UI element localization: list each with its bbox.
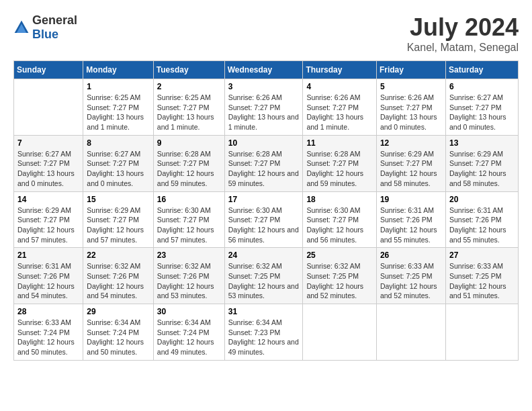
day-number: 26	[380, 250, 442, 260]
day-info: Sunrise: 6:29 AMSunset: 7:27 PMDaylight:…	[449, 149, 515, 189]
calendar-subtitle: Kanel, Matam, Senegal	[407, 42, 519, 54]
day-info: Sunrise: 6:28 AMSunset: 7:27 PMDaylight:…	[157, 149, 221, 189]
day-info: Sunrise: 6:30 AMSunset: 7:27 PMDaylight:…	[306, 205, 373, 245]
day-number: 30	[157, 307, 221, 316]
calendar-cell: 22Sunrise: 6:32 AMSunset: 7:26 PMDayligh…	[83, 248, 153, 304]
day-number: 10	[228, 138, 300, 148]
day-info: Sunrise: 6:33 AMSunset: 7:25 PMDaylight:…	[449, 261, 515, 301]
day-number: 2	[157, 82, 221, 91]
day-info: Sunrise: 6:33 AMSunset: 7:25 PMDaylight:…	[380, 261, 442, 301]
day-info: Sunrise: 6:26 AMSunset: 7:27 PMDaylight:…	[228, 93, 300, 132]
calendar-cell: 18Sunrise: 6:30 AMSunset: 7:27 PMDayligh…	[303, 191, 377, 248]
calendar-cell: 11Sunrise: 6:28 AMSunset: 7:27 PMDayligh…	[303, 135, 377, 191]
day-info: Sunrise: 6:32 AMSunset: 7:26 PMDaylight:…	[157, 261, 221, 301]
logo-general-text: General	[32, 13, 77, 27]
calendar-cell	[445, 304, 518, 361]
day-info: Sunrise: 6:32 AMSunset: 7:25 PMDaylight:…	[228, 261, 300, 301]
day-number: 13	[449, 138, 515, 148]
day-number: 9	[157, 138, 221, 148]
day-number: 19	[380, 195, 442, 204]
calendar-cell: 6Sunrise: 6:27 AMSunset: 7:27 PMDaylight…	[445, 79, 518, 136]
day-info: Sunrise: 6:34 AMSunset: 7:24 PMDaylight:…	[157, 318, 221, 357]
calendar-table: SundayMondayTuesdayWednesdayThursdayFrid…	[13, 60, 519, 361]
calendar-cell: 29Sunrise: 6:34 AMSunset: 7:24 PMDayligh…	[83, 304, 153, 361]
day-number: 5	[380, 82, 442, 91]
day-info: Sunrise: 6:26 AMSunset: 7:27 PMDaylight:…	[306, 93, 373, 132]
calendar-cell: 23Sunrise: 6:32 AMSunset: 7:26 PMDayligh…	[153, 248, 224, 304]
calendar-cell: 26Sunrise: 6:33 AMSunset: 7:25 PMDayligh…	[376, 248, 445, 304]
weekday-header-sunday: Sunday	[14, 61, 83, 79]
day-number: 20	[449, 195, 515, 204]
calendar-cell: 12Sunrise: 6:29 AMSunset: 7:27 PMDayligh…	[376, 135, 445, 191]
calendar-week-row: 21Sunrise: 6:31 AMSunset: 7:26 PMDayligh…	[14, 248, 519, 304]
weekday-header-monday: Monday	[83, 61, 153, 79]
calendar-cell: 16Sunrise: 6:30 AMSunset: 7:27 PMDayligh…	[153, 191, 224, 248]
weekday-header-saturday: Saturday	[445, 61, 518, 79]
calendar-cell: 30Sunrise: 6:34 AMSunset: 7:24 PMDayligh…	[153, 304, 224, 361]
calendar-cell: 5Sunrise: 6:26 AMSunset: 7:27 PMDaylight…	[376, 79, 445, 136]
day-number: 24	[228, 250, 300, 260]
day-number: 6	[449, 82, 515, 91]
calendar-cell	[14, 79, 83, 136]
day-number: 7	[17, 138, 79, 148]
day-info: Sunrise: 6:33 AMSunset: 7:24 PMDaylight:…	[17, 318, 79, 357]
day-number: 31	[228, 307, 300, 316]
calendar-cell: 24Sunrise: 6:32 AMSunset: 7:25 PMDayligh…	[224, 248, 303, 304]
day-number: 29	[87, 307, 149, 316]
calendar-cell: 4Sunrise: 6:26 AMSunset: 7:27 PMDaylight…	[303, 79, 377, 136]
day-number: 17	[228, 195, 300, 204]
calendar-week-row: 1Sunrise: 6:25 AMSunset: 7:27 PMDaylight…	[14, 79, 519, 136]
day-info: Sunrise: 6:29 AMSunset: 7:27 PMDaylight:…	[87, 205, 149, 245]
day-number: 16	[157, 195, 221, 204]
day-info: Sunrise: 6:28 AMSunset: 7:27 PMDaylight:…	[306, 149, 373, 189]
day-number: 14	[17, 195, 79, 204]
day-info: Sunrise: 6:27 AMSunset: 7:27 PMDaylight:…	[17, 149, 79, 189]
calendar-cell: 7Sunrise: 6:27 AMSunset: 7:27 PMDaylight…	[14, 135, 83, 191]
title-block: July 2024 Kanel, Matam, Senegal	[407, 13, 519, 54]
calendar-cell: 28Sunrise: 6:33 AMSunset: 7:24 PMDayligh…	[14, 304, 83, 361]
weekday-header-tuesday: Tuesday	[153, 61, 224, 79]
day-info: Sunrise: 6:27 AMSunset: 7:27 PMDaylight:…	[87, 149, 149, 189]
calendar-cell: 31Sunrise: 6:34 AMSunset: 7:23 PMDayligh…	[224, 304, 303, 361]
day-number: 25	[306, 250, 373, 260]
day-info: Sunrise: 6:25 AMSunset: 7:27 PMDaylight:…	[87, 93, 149, 132]
calendar-cell	[303, 304, 377, 361]
day-info: Sunrise: 6:32 AMSunset: 7:26 PMDaylight:…	[87, 261, 149, 301]
day-info: Sunrise: 6:31 AMSunset: 7:26 PMDaylight:…	[17, 261, 79, 301]
calendar-cell	[376, 304, 445, 361]
weekday-header-wednesday: Wednesday	[224, 61, 303, 79]
calendar-cell: 8Sunrise: 6:27 AMSunset: 7:27 PMDaylight…	[83, 135, 153, 191]
calendar-cell: 13Sunrise: 6:29 AMSunset: 7:27 PMDayligh…	[445, 135, 518, 191]
day-number: 18	[306, 195, 373, 204]
calendar-cell: 2Sunrise: 6:25 AMSunset: 7:27 PMDaylight…	[153, 79, 224, 136]
day-info: Sunrise: 6:30 AMSunset: 7:27 PMDaylight:…	[228, 205, 300, 245]
calendar-cell: 19Sunrise: 6:31 AMSunset: 7:26 PMDayligh…	[376, 191, 445, 248]
weekday-header-row: SundayMondayTuesdayWednesdayThursdayFrid…	[14, 61, 519, 79]
calendar-cell: 25Sunrise: 6:32 AMSunset: 7:25 PMDayligh…	[303, 248, 377, 304]
calendar-cell: 14Sunrise: 6:29 AMSunset: 7:27 PMDayligh…	[14, 191, 83, 248]
day-info: Sunrise: 6:31 AMSunset: 7:26 PMDaylight:…	[449, 205, 515, 245]
day-info: Sunrise: 6:30 AMSunset: 7:27 PMDaylight:…	[157, 205, 221, 245]
day-info: Sunrise: 6:34 AMSunset: 7:23 PMDaylight:…	[228, 318, 300, 357]
calendar-cell: 10Sunrise: 6:28 AMSunset: 7:27 PMDayligh…	[224, 135, 303, 191]
day-number: 15	[87, 195, 149, 204]
day-number: 4	[306, 82, 373, 91]
day-number: 22	[87, 250, 149, 260]
calendar-cell: 3Sunrise: 6:26 AMSunset: 7:27 PMDaylight…	[224, 79, 303, 136]
day-number: 28	[17, 307, 79, 316]
logo-blue-text: Blue	[32, 28, 58, 41]
day-number: 27	[449, 250, 515, 260]
day-number: 21	[17, 250, 79, 260]
calendar-cell: 17Sunrise: 6:30 AMSunset: 7:27 PMDayligh…	[224, 191, 303, 248]
page-header: General Blue July 2024 Kanel, Matam, Sen…	[13, 13, 519, 54]
logo-icon	[13, 19, 30, 36]
weekday-header-friday: Friday	[376, 61, 445, 79]
calendar-cell: 20Sunrise: 6:31 AMSunset: 7:26 PMDayligh…	[445, 191, 518, 248]
day-number: 8	[87, 138, 149, 148]
day-info: Sunrise: 6:29 AMSunset: 7:27 PMDaylight:…	[380, 149, 442, 189]
day-info: Sunrise: 6:27 AMSunset: 7:27 PMDaylight:…	[449, 93, 515, 132]
day-info: Sunrise: 6:26 AMSunset: 7:27 PMDaylight:…	[380, 93, 442, 132]
day-number: 11	[306, 138, 373, 148]
logo: General Blue	[13, 13, 77, 42]
day-number: 3	[228, 82, 300, 91]
